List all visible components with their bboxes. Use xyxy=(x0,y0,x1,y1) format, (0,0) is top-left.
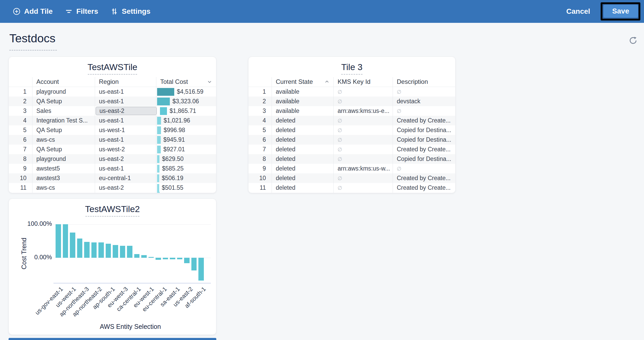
cell-region[interactable]: us-west-2 xyxy=(95,146,156,153)
cell-current-state[interactable]: deleted xyxy=(272,127,333,134)
cell-region[interactable]: us-east-1 xyxy=(95,165,156,172)
cell-kms-key-id[interactable]: arn:aws:kms:us-e... xyxy=(333,107,393,114)
cell-account[interactable]: playground xyxy=(32,155,95,162)
cell-kms-key-id[interactable]: ∅ xyxy=(333,156,393,162)
cell-total-cost[interactable]: $927.01 xyxy=(156,146,216,153)
table-row[interactable]: 2 QA Setup us-east-1 $3,323.06 xyxy=(9,97,216,106)
table-row[interactable]: 7 QA Setup us-west-2 $927.01 xyxy=(9,145,216,154)
cell-current-state[interactable]: deleted xyxy=(272,146,333,153)
table-row[interactable]: 3 available arn:aws:kms:us-e... ∅ xyxy=(249,106,455,116)
col-header-account[interactable]: Account xyxy=(32,77,95,87)
save-button[interactable]: Save xyxy=(603,5,638,18)
cell-account[interactable]: Sales xyxy=(32,107,95,114)
cell-account[interactable]: awstest5 xyxy=(32,165,95,172)
cell-description[interactable]: Copied for Destina... xyxy=(393,155,455,162)
tile-title[interactable]: Tile 3 xyxy=(249,62,455,72)
cell-region[interactable]: us-west-1 xyxy=(95,127,156,134)
cell-account[interactable]: awstest3 xyxy=(32,175,95,182)
cell-description[interactable]: devstack xyxy=(393,98,455,105)
cell-total-cost[interactable]: $996.98 xyxy=(156,126,216,134)
tile-testawstile[interactable]: TestAWSTile Account Region Total Cost 1 … xyxy=(9,57,216,193)
cell-current-state[interactable]: available xyxy=(272,98,333,105)
cell-kms-key-id[interactable]: arn:aws:kms:us-w... xyxy=(333,165,393,172)
cell-total-cost[interactable]: $585.25 xyxy=(156,165,216,173)
cell-account[interactable]: playground xyxy=(32,88,95,95)
col-header-current-state[interactable]: Current State xyxy=(272,77,333,87)
table-row[interactable]: 5 deleted ∅ Copied for Destina... xyxy=(249,125,455,135)
cell-current-state[interactable]: available xyxy=(272,88,333,95)
cell-current-state[interactable]: deleted xyxy=(272,155,333,162)
cell-region[interactable]: us-east-1 xyxy=(95,117,156,124)
add-tile-button[interactable]: Add Tile xyxy=(12,7,53,16)
tile-testawstile2[interactable]: TestAWSTile2 100.00% 0.00% Cost Trend us… xyxy=(9,199,216,335)
chevron-up-icon[interactable] xyxy=(324,79,330,85)
cell-account[interactable]: QA Setup xyxy=(32,146,95,153)
table-row[interactable]: 7 deleted ∅ Created by Create... xyxy=(249,145,455,154)
cell-description[interactable]: Created by Create... xyxy=(393,184,455,191)
col-header-region[interactable]: Region xyxy=(95,77,156,87)
cell-kms-key-id[interactable]: ∅ xyxy=(333,146,393,153)
cell-description[interactable]: Copied for Destina... xyxy=(393,136,455,143)
cell-current-state[interactable]: deleted xyxy=(272,184,333,191)
cell-current-state[interactable]: deleted xyxy=(272,165,333,172)
table-row[interactable]: 11 aws-cs us-east-2 $501.55 xyxy=(9,183,216,193)
table-row[interactable]: 4 deleted ∅ Created by Create... xyxy=(249,116,455,125)
table-row[interactable]: 5 QA Setup us-west-1 $996.98 xyxy=(9,125,216,135)
table-row[interactable]: 8 playground us-east-2 $629.50 xyxy=(9,154,216,164)
table-row[interactable]: 8 deleted ∅ Copied for Destina... xyxy=(249,154,455,164)
cell-region[interactable]: us-east-2 xyxy=(96,107,157,115)
table-row[interactable]: 11 deleted ∅ Created by Create... xyxy=(249,183,455,193)
filters-button[interactable]: Filters xyxy=(65,7,98,16)
table-row[interactable]: 6 aws-cs us-east-1 $945.91 xyxy=(9,135,216,145)
settings-button[interactable]: Settings xyxy=(110,7,150,16)
cell-account[interactable]: QA Setup xyxy=(32,127,95,134)
cell-total-cost[interactable]: $4,516.59 xyxy=(156,88,216,96)
tile-title[interactable]: TestAWSTile xyxy=(9,62,216,72)
cell-region[interactable]: us-east-2 xyxy=(95,155,156,162)
cell-region[interactable]: eu-central-1 xyxy=(95,175,156,182)
cell-kms-key-id[interactable]: ∅ xyxy=(333,89,393,95)
cell-description[interactable]: Created by Create... xyxy=(393,175,455,182)
cell-kms-key-id[interactable]: ∅ xyxy=(333,127,393,133)
cell-total-cost[interactable]: $506.19 xyxy=(156,174,216,182)
table-row[interactable]: 3 Sales us-east-2 $1,865.71 xyxy=(9,106,216,116)
table-row[interactable]: 1 available ∅ ∅ xyxy=(249,87,455,97)
cell-total-cost[interactable]: $945.91 xyxy=(156,136,216,144)
cell-total-cost[interactable]: $501.55 xyxy=(156,184,216,192)
col-header-total-cost[interactable]: Total Cost xyxy=(156,77,216,87)
cell-current-state[interactable]: available xyxy=(272,107,333,114)
cell-kms-key-id[interactable]: ∅ xyxy=(333,137,393,143)
cell-kms-key-id[interactable]: ∅ xyxy=(333,118,393,124)
cell-region[interactable]: us-east-1 xyxy=(95,98,156,105)
cell-kms-key-id[interactable]: ∅ xyxy=(333,185,393,191)
cell-description[interactable]: Created by Create... xyxy=(393,146,455,153)
table-row[interactable]: 9 awstest5 us-east-1 $585.25 xyxy=(9,164,216,173)
cell-current-state[interactable]: deleted xyxy=(272,175,333,182)
table-row[interactable]: 4 Integration Test S... us-east-1 $1,021… xyxy=(9,116,216,125)
cell-description[interactable]: ∅ xyxy=(393,166,455,172)
cancel-button[interactable]: Cancel xyxy=(566,7,590,16)
cell-account[interactable]: Integration Test S... xyxy=(32,117,95,124)
cell-region[interactable]: us-east-1 xyxy=(95,136,156,143)
cell-total-cost[interactable]: $3,323.06 xyxy=(156,98,216,105)
col-header-kms-key-id[interactable]: KMS Key Id xyxy=(333,77,393,87)
cell-account[interactable]: aws-cs xyxy=(32,184,95,191)
cell-region[interactable]: us-east-1 xyxy=(95,88,156,95)
page-title[interactable]: Testdocs xyxy=(9,32,56,45)
cell-kms-key-id[interactable]: ∅ xyxy=(333,98,393,105)
cell-total-cost[interactable]: $1,865.71 xyxy=(159,107,216,115)
cell-account[interactable]: aws-cs xyxy=(32,136,95,143)
table-row[interactable]: 2 available ∅ devstack xyxy=(249,97,455,106)
refresh-icon[interactable] xyxy=(628,36,638,46)
cell-description[interactable]: ∅ xyxy=(393,89,455,95)
table-row[interactable]: 1 playground us-east-1 $4,516.59 xyxy=(9,87,216,97)
cell-total-cost[interactable]: $629.50 xyxy=(156,155,216,163)
tile-tile3[interactable]: Tile 3 Current State KMS Key Id Descript… xyxy=(248,57,455,193)
table-row[interactable]: 9 deleted arn:aws:kms:us-w... ∅ xyxy=(249,164,455,173)
chevron-down-icon[interactable] xyxy=(207,79,212,85)
col-header-description[interactable]: Description xyxy=(393,77,455,87)
cell-account[interactable]: QA Setup xyxy=(32,98,95,105)
table-row[interactable]: 10 deleted ∅ Created by Create... xyxy=(249,173,455,183)
cell-description[interactable]: Created by Create... xyxy=(393,117,455,124)
tile-title[interactable]: TestAWSTile2 xyxy=(9,204,216,214)
